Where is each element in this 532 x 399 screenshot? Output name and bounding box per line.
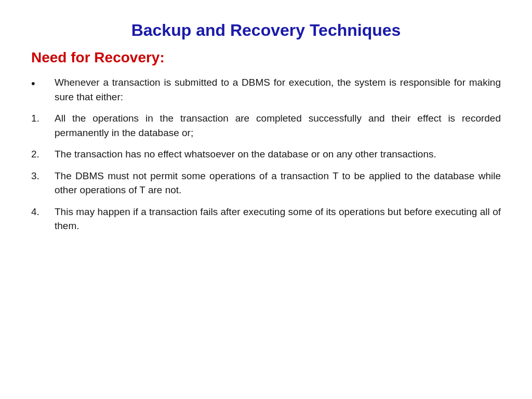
list-item: 3. The DBMS must not permit some operati… <box>31 169 501 197</box>
list-text-4: This may happen if a transaction fails a… <box>55 205 501 233</box>
bullet-text: Whenever a transaction is submitted to a… <box>55 75 501 104</box>
numbered-list: 1. All the operations in the transaction… <box>31 111 501 233</box>
list-number-2: 2. <box>31 147 55 162</box>
list-item: 1. All the operations in the transaction… <box>31 111 501 140</box>
list-text-1: All the operations in the transaction ar… <box>55 111 501 140</box>
bullet-dot-icon: • <box>31 75 55 92</box>
slide-content: • Whenever a transaction is submitted to… <box>31 75 501 241</box>
list-item: 2. The transaction has no effect whatsoe… <box>31 147 501 162</box>
list-number-1: 1. <box>31 111 55 126</box>
slide: Backup and Recovery Techniques Need for … <box>0 0 532 399</box>
bullet-item: • Whenever a transaction is submitted to… <box>31 75 501 104</box>
slide-title: Backup and Recovery Techniques <box>31 21 501 40</box>
list-item: 4. This may happen if a transaction fail… <box>31 205 501 233</box>
list-number-3: 3. <box>31 169 55 183</box>
list-number-4: 4. <box>31 205 55 219</box>
list-text-3: The DBMS must not permit some operations… <box>55 169 501 197</box>
section-heading: Need for Recovery: <box>31 49 501 66</box>
list-text-2: The transaction has no effect whatsoever… <box>55 147 501 162</box>
